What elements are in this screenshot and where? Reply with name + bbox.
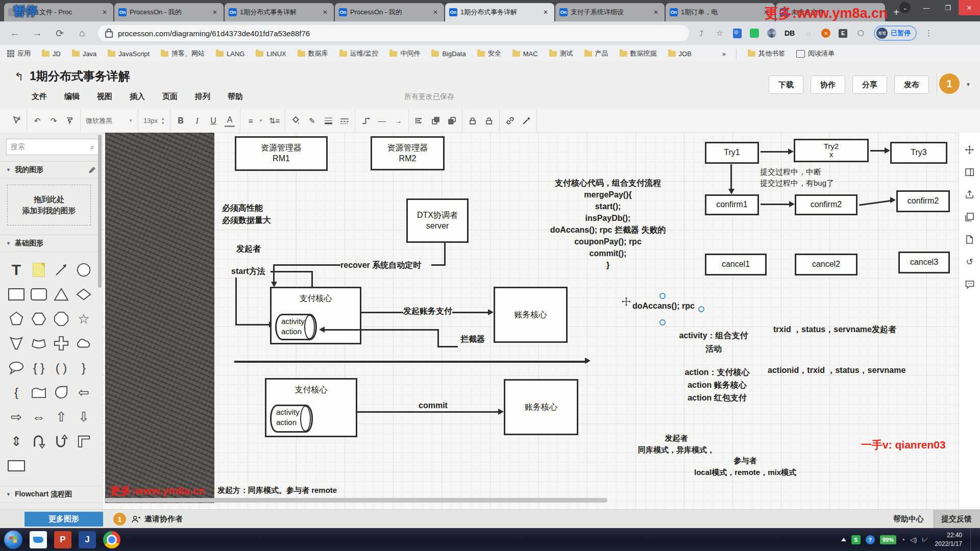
send-to-back-icon[interactable] bbox=[447, 115, 457, 127]
fill-color-icon[interactable] bbox=[290, 115, 301, 127]
label-start-method[interactable]: start方法 bbox=[231, 266, 265, 277]
show-desktop-button[interactable] bbox=[970, 528, 975, 551]
tab-close-icon[interactable]: ✕ bbox=[653, 9, 660, 16]
profile-badge[interactable]: 寿军 已暂停 bbox=[874, 26, 917, 41]
canvas-node-dtx[interactable]: DTX协调者server bbox=[406, 198, 469, 243]
font-size-select[interactable]: 13px bbox=[143, 117, 158, 124]
section-my-shapes[interactable]: ▼ 我的图形 🖉 bbox=[0, 161, 102, 179]
label-activity[interactable]: activity：组合支付活动 bbox=[678, 329, 749, 355]
shape-paren-pair[interactable]: ( ) bbox=[53, 359, 70, 377]
shape-diamond[interactable] bbox=[75, 286, 92, 303]
label-requirements[interactable]: 必须高性能必须数据量大 bbox=[222, 202, 271, 227]
shape-arrow-left[interactable]: ⇦ bbox=[75, 384, 92, 401]
canvas-node-try3[interactable]: Try3 bbox=[890, 142, 947, 164]
bookmark-folder-bigdata[interactable]: BigData bbox=[431, 50, 465, 58]
straight-line-icon[interactable]: — bbox=[377, 115, 387, 127]
taskbar-powerpoint-icon[interactable]: P bbox=[54, 531, 71, 548]
comment-icon[interactable] bbox=[965, 280, 974, 289]
label-actionid[interactable]: actionid，trxid ，status，servname bbox=[768, 365, 905, 376]
shape-uturn-arrow-down[interactable] bbox=[30, 433, 47, 450]
canvas-node-cancel1[interactable]: cancel1 bbox=[705, 254, 767, 276]
browser-menu-icon[interactable]: ⋮ bbox=[925, 29, 933, 38]
download-button[interactable]: 下载 bbox=[769, 76, 803, 94]
arrow-line-icon[interactable]: → bbox=[393, 115, 403, 127]
shape-cloud[interactable] bbox=[75, 335, 92, 352]
tab-close-icon[interactable]: ✕ bbox=[102, 9, 109, 16]
canvas-node-rm1[interactable]: 资源管理器RM1 bbox=[235, 136, 328, 171]
shape-card[interactable] bbox=[30, 384, 47, 401]
db-extension-icon[interactable]: DB bbox=[785, 29, 795, 37]
selection-handle[interactable] bbox=[659, 319, 666, 325]
tray-expand-icon[interactable] bbox=[841, 538, 846, 541]
shape-text[interactable]: T bbox=[8, 261, 25, 279]
label-pay-to-acct[interactable]: 发起账务支付 bbox=[403, 306, 452, 317]
shape-brace-pair[interactable]: { } bbox=[30, 359, 47, 377]
canvas-node-acct-core-1[interactable]: 账务核心 bbox=[494, 287, 568, 343]
shape-right-brace[interactable]: } bbox=[75, 359, 92, 377]
circle-extension-icon[interactable]: ◌ bbox=[803, 28, 813, 38]
selection-handle[interactable] bbox=[659, 293, 666, 299]
canvas-node-acct-core-2[interactable]: 账务核心 bbox=[504, 379, 578, 435]
shape-arrow-up[interactable]: ⇧ bbox=[53, 408, 70, 425]
shape-diagonal-arrow[interactable] bbox=[53, 261, 70, 279]
close-button[interactable]: ✕ bbox=[959, 0, 980, 15]
bookmark-folder-jd[interactable]: JD bbox=[42, 50, 61, 58]
taskbar-clock[interactable]: 22:40 2022/1/17 bbox=[935, 531, 962, 547]
canvas-node-cancel2[interactable]: cancel2 bbox=[795, 254, 857, 276]
tab-doc-active[interactable]: On 1期分布式事务详解 ✕ bbox=[445, 3, 554, 21]
line-style-icon[interactable] bbox=[339, 115, 350, 127]
label-initiator[interactable]: 发起者 bbox=[236, 244, 261, 255]
start-button[interactable] bbox=[4, 531, 22, 549]
magic-select-icon[interactable] bbox=[11, 115, 21, 127]
bookmark-folder-job[interactable]: JOB bbox=[668, 50, 692, 58]
swirl-extension-icon[interactable] bbox=[767, 29, 776, 38]
sidebar-scrollbar[interactable] bbox=[98, 135, 102, 288]
label-participant-modes[interactable]: 参与者local模式，remote，mix模式 bbox=[694, 455, 796, 478]
publish-button[interactable]: 发布 bbox=[894, 76, 929, 94]
undo-icon[interactable]: ↶ bbox=[32, 115, 42, 127]
url-text[interactable]: processon.com/diagraming/61d4373de401fd7… bbox=[118, 29, 310, 38]
lock-icon[interactable] bbox=[468, 115, 478, 127]
italic-button[interactable]: I bbox=[192, 115, 202, 127]
shape-triangle[interactable] bbox=[53, 286, 70, 303]
bookmark-folder-datamining[interactable]: 数据挖掘 bbox=[620, 49, 657, 58]
url-field[interactable]: processon.com/diagraming/61d4373de401fd7… bbox=[98, 25, 689, 41]
user-avatar[interactable]: 1 bbox=[939, 73, 960, 94]
label-initiator-modes[interactable]: 发起者同库模式，异库模式， bbox=[633, 433, 720, 456]
unlock-icon[interactable] bbox=[484, 115, 494, 127]
my-shapes-dropzone[interactable]: 拖到此处 添加到我的图形 bbox=[7, 185, 91, 226]
shape-corner[interactable] bbox=[75, 433, 92, 450]
shape-teardrop[interactable] bbox=[53, 384, 70, 401]
shape-pentagon[interactable] bbox=[8, 310, 25, 328]
shape-rounded-rectangle[interactable] bbox=[30, 286, 47, 303]
shape-arrow-right[interactable]: ⇨ bbox=[8, 408, 25, 425]
connector-elbow-icon[interactable] bbox=[360, 115, 371, 127]
taskbar-browser-icon[interactable] bbox=[30, 531, 47, 548]
menu-insert[interactable]: 插入 bbox=[130, 92, 145, 102]
line-spacing-icon[interactable]: ⇅≡ bbox=[269, 115, 280, 127]
shape-sticky-note[interactable] bbox=[30, 261, 47, 279]
hyperlink-icon[interactable] bbox=[505, 115, 515, 127]
canvas-node-activity-cylinder-2[interactable]: activityaction bbox=[270, 405, 313, 433]
font-family-select[interactable]: 微软雅黑 bbox=[86, 116, 126, 126]
shape-cross[interactable] bbox=[53, 335, 70, 352]
tray-help-icon[interactable]: ? bbox=[866, 535, 875, 544]
font-size-stepper-icon[interactable]: ▲▼ bbox=[161, 116, 165, 126]
reload-icon[interactable]: ⟳ bbox=[52, 26, 67, 41]
feedback-button[interactable]: 提交反馈 bbox=[933, 510, 980, 529]
text-align-icon[interactable]: ≡ bbox=[246, 115, 256, 127]
redo-icon[interactable]: ↷ bbox=[48, 115, 59, 127]
tab-search-icon[interactable]: ⌄ bbox=[899, 2, 911, 13]
tab-doc-1[interactable]: On 1期分布式事务详解 ✕ bbox=[225, 3, 334, 21]
collaborator-count-badge[interactable]: 1 bbox=[113, 513, 126, 525]
bookmark-folder-blog[interactable]: 博客、网站 bbox=[161, 49, 205, 58]
shape-search-input[interactable]: 搜索 ⌕ bbox=[6, 139, 99, 155]
canvas-node-try1[interactable]: Try1 bbox=[705, 142, 759, 164]
bookmark-folder-ops[interactable]: 运维/监控 bbox=[339, 49, 379, 58]
diagram-canvas[interactable]: 资源管理器RM1 资源管理器RM2 Try1 Try2x Try3 提交过程中，… bbox=[102, 133, 959, 509]
shape-arrow-down[interactable]: ⇩ bbox=[75, 408, 92, 425]
menu-arrange[interactable]: 排列 bbox=[195, 92, 210, 102]
canvas-horizontal-scrollbar[interactable] bbox=[105, 498, 607, 503]
bold-button[interactable]: B bbox=[176, 115, 186, 127]
label-trxid[interactable]: trxid ，status，servname发起者 bbox=[773, 324, 896, 335]
